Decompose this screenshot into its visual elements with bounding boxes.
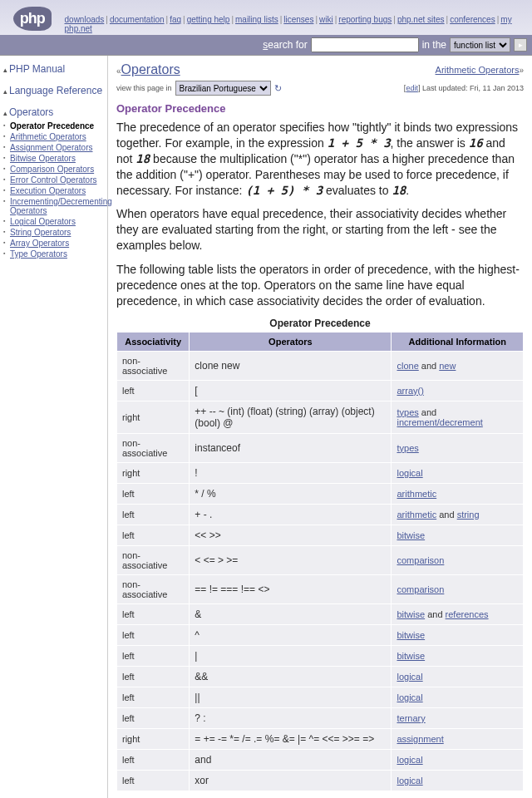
info-link[interactable]: new: [439, 361, 456, 371]
sidebar-link[interactable]: Assignment Operators: [10, 143, 93, 152]
topnav-mailing-lists[interactable]: mailing lists: [235, 15, 278, 24]
table-row: right= += -= *= /= .= %= &= |= ^= <<= >>…: [117, 728, 524, 749]
search-label: search for: [263, 39, 307, 51]
sidebar-link[interactable]: String Operators: [10, 228, 71, 237]
table-caption: Operator Precedence: [116, 318, 524, 329]
info-link[interactable]: bitwise: [397, 530, 425, 540]
cell-info: assignment: [392, 728, 524, 749]
cell-ops: !: [190, 462, 392, 483]
info-link[interactable]: logical: [397, 468, 422, 478]
topnav-faq[interactable]: faq: [170, 15, 181, 24]
info-link[interactable]: arithmetic: [397, 510, 436, 520]
page-nav: «Operators Arithmetic Operators»: [116, 62, 524, 77]
table-row: left|bitwise: [117, 645, 524, 666]
lang-select[interactable]: Brazilian Portuguese: [175, 81, 271, 96]
info-link[interactable]: bitwise: [397, 630, 425, 640]
cell-assoc: right: [117, 728, 190, 749]
sidebar-link[interactable]: Bitwise Operators: [10, 154, 76, 163]
table-row: left<< >>bitwise: [117, 525, 524, 545]
sidebar-link[interactable]: Logical Operators: [10, 217, 76, 226]
refresh-icon[interactable]: ↻: [274, 83, 282, 94]
topnav-downloads[interactable]: downloads: [65, 15, 105, 24]
topnav-conferences[interactable]: conferences: [450, 15, 495, 24]
sidebar-link[interactable]: Arithmetic Operators: [10, 132, 86, 141]
info-link[interactable]: comparison: [397, 555, 444, 565]
section-title: Operator Precedence: [116, 102, 524, 115]
info-link[interactable]: clone: [397, 361, 418, 371]
sidebar-sec-langref[interactable]: ▴Language Reference: [3, 82, 104, 99]
info-link[interactable]: logical: [397, 755, 422, 765]
info-link[interactable]: types: [397, 407, 418, 417]
cell-assoc: left: [117, 687, 190, 707]
php-logo[interactable]: php: [0, 2, 65, 35]
topnav-reporting-bugs[interactable]: reporting bugs: [338, 15, 392, 24]
info-link[interactable]: increment/decrement: [397, 417, 482, 427]
cell-ops: = += -= *= /= .= %= &= |= ^= <<= >>= =>: [190, 728, 392, 749]
edit-link[interactable]: edit: [406, 84, 418, 92]
table-body: non-associativeclone newclone and newlef…: [117, 351, 524, 791]
table-row: leftxorlogical: [117, 770, 524, 791]
sidebar-link[interactable]: Array Operators: [10, 239, 69, 248]
info-link[interactable]: types: [397, 443, 418, 453]
cell-ops: xor: [190, 770, 392, 791]
table-row: leftandlogical: [117, 749, 524, 770]
table-row: non-associativeclone newclone and new: [117, 351, 524, 380]
info-link[interactable]: ternary: [397, 713, 425, 723]
sidebar-link[interactable]: Error Control Operators: [10, 175, 96, 185]
sidebar-sec-manual[interactable]: ▴PHP Manual: [3, 61, 104, 77]
sidebar-link[interactable]: Operator Precedence: [10, 121, 94, 131]
cell-assoc: left: [117, 707, 190, 728]
topnav-php-net-sites[interactable]: php.net sites: [397, 15, 445, 24]
cell-ops: &: [190, 603, 392, 624]
info-link[interactable]: bitwise: [397, 609, 425, 619]
cell-ops: and: [190, 749, 392, 770]
sidebar-link[interactable]: Incrementing/Decrementing Operators: [10, 197, 112, 215]
info-link[interactable]: arithmetic: [397, 489, 436, 499]
topnav-getting-help[interactable]: getting help: [187, 15, 230, 24]
cell-assoc: non-associative: [117, 545, 190, 574]
table-row: left[array(): [117, 380, 524, 401]
table-row: non-associativeinstanceoftypes: [117, 433, 524, 462]
sidebar-item: Execution Operators: [10, 185, 104, 196]
sidebar-link[interactable]: Type Operators: [10, 249, 67, 259]
table-row: left&&logical: [117, 666, 524, 687]
info-link[interactable]: array(): [397, 386, 423, 396]
info-link[interactable]: bitwise: [397, 651, 425, 661]
sidebar-item: Type Operators: [10, 249, 104, 259]
search-scope-select[interactable]: function list: [450, 37, 510, 52]
table-row: non-associative< <= > >=comparison: [117, 545, 524, 574]
search-input[interactable]: [311, 37, 419, 52]
info-link[interactable]: assignment: [397, 734, 443, 744]
next-arrow-icon[interactable]: »: [519, 66, 524, 75]
lang-label: view this page in: [116, 84, 172, 92]
info-link[interactable]: string: [457, 510, 480, 520]
cell-assoc: left: [117, 380, 190, 401]
cell-assoc: left: [117, 603, 190, 624]
sidebar-item: Logical Operators: [10, 216, 104, 227]
info-link[interactable]: references: [446, 609, 489, 619]
last-updated: [edit] Last updated: Fri, 11 Jan 2013: [404, 84, 524, 92]
cell-ops: [: [190, 380, 392, 401]
topnav-documentation[interactable]: documentation: [110, 15, 165, 24]
topnav-licenses[interactable]: licenses: [283, 15, 313, 24]
precedence-table: Associativity Operators Additional Infor…: [116, 332, 524, 791]
next-link[interactable]: Arithmetic Operators: [436, 65, 520, 75]
prev-link[interactable]: Operators: [121, 62, 180, 76]
info-link[interactable]: logical: [397, 672, 422, 682]
cell-info: ternary: [392, 707, 524, 728]
info-link[interactable]: comparison: [397, 584, 444, 594]
sidebar-sec-operators[interactable]: ▴Operators: [3, 104, 104, 121]
cell-info: logical: [392, 770, 524, 791]
cell-ops: |: [190, 645, 392, 666]
info-link[interactable]: logical: [397, 692, 422, 702]
sidebar-link[interactable]: Execution Operators: [10, 186, 86, 195]
info-link[interactable]: logical: [397, 776, 422, 786]
sidebar-link[interactable]: Comparison Operators: [10, 165, 94, 174]
cell-ops: &&: [190, 666, 392, 687]
topnav-wiki[interactable]: wiki: [319, 15, 333, 24]
cell-info: bitwise: [392, 624, 524, 645]
page-header: php downloads|documentation|faq|getting …: [0, 0, 532, 56]
cell-info: logical: [392, 687, 524, 707]
search-go-button[interactable]: ▸: [514, 38, 527, 52]
cell-assoc: left: [117, 666, 190, 687]
